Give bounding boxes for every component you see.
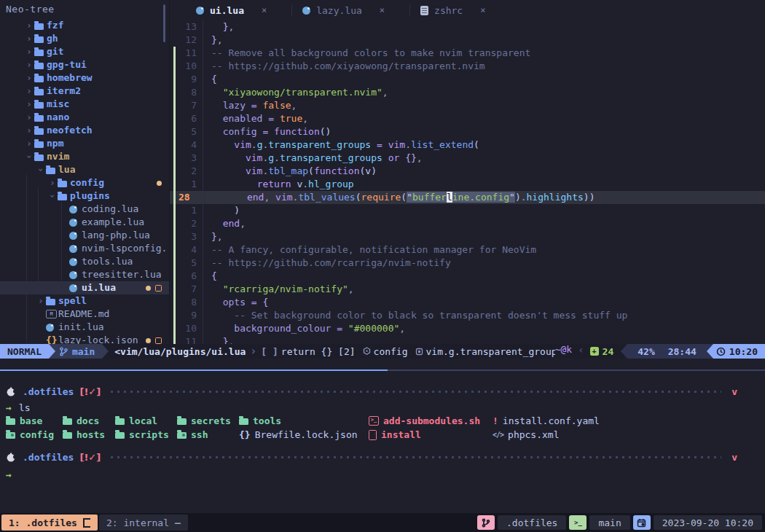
neo-tree-title: Neo-tree (6, 4, 55, 15)
code-line[interactable]: 11 }, (170, 335, 765, 344)
tree-item-treesitter-lua[interactable]: treesitter.lua (0, 268, 169, 281)
code-line[interactable]: 7 "rcarriga/nvim-notify", (170, 283, 765, 296)
tree-item-git[interactable]: ›git (0, 45, 169, 58)
tree-item-example-lua[interactable]: example.lua (0, 216, 169, 229)
pane-icon (83, 518, 90, 528)
typed-command: ls (19, 402, 31, 413)
tree-item-nano[interactable]: ›nano (0, 111, 169, 124)
shell-pane[interactable]: .dotfiles [!✓] v → ls basedocslocalsecre… (0, 372, 765, 513)
sidebar-scrollbar[interactable] (163, 4, 165, 42)
pane-divider[interactable] (0, 369, 765, 371)
code-line[interactable]: 11-- Remove all background colors to mak… (170, 47, 765, 60)
code-line[interactable]: 1 ) (170, 204, 765, 217)
tree-item-iterm2[interactable]: ›iterm2 (0, 85, 169, 98)
tree-item-spell[interactable]: ›spell (0, 294, 169, 308)
folder-icon (6, 418, 15, 425)
chevron-right-icon[interactable]: › (24, 19, 34, 32)
line-number: 12 (177, 34, 197, 47)
line-number: 9 (177, 309, 197, 322)
folder-gear-icon (6, 432, 15, 439)
code-line[interactable]: 10-- https://github.com/xiyaowong/transp… (170, 60, 765, 73)
gutter-separator (197, 204, 203, 217)
code-line[interactable]: 2 end, (170, 217, 765, 230)
gitsigns-gutter (173, 34, 176, 47)
code-line[interactable]: 8 opts = { (170, 296, 765, 309)
tree-item-lazy-lock-json[interactable]: {}lazy-lock.json (0, 334, 169, 344)
exclamation-icon: ! (493, 415, 498, 426)
code-text: vim.g.transparent_groups or {}, (203, 152, 423, 165)
tree-item-neofetch[interactable]: ›neofetch (0, 124, 169, 137)
tree-item-npm[interactable]: ›npm (0, 137, 169, 150)
tree-item-fzf[interactable]: ›fzf (0, 19, 169, 32)
chevron-right-icon[interactable]: › (36, 294, 46, 308)
gitsigns-added-bar (173, 47, 176, 60)
folder-icon (34, 50, 44, 56)
chevron-right-icon[interactable]: › (24, 124, 34, 137)
code-line[interactable]: 4-- A fancy, configurable, notification … (170, 243, 765, 257)
tree-item-config[interactable]: ›config (0, 176, 169, 189)
modified-dot (146, 338, 151, 343)
gitsigns-added-bar (173, 86, 176, 99)
chevron-right-icon[interactable]: › (24, 45, 34, 58)
tree-item-lang-php-lua[interactable]: lang-php.lua (0, 229, 169, 242)
code-line[interactable]: 12}, (170, 34, 765, 47)
gutter-separator (197, 257, 203, 270)
active-prompt[interactable]: → (6, 468, 12, 481)
gitsigns-added-bar (173, 270, 176, 283)
code-line[interactable]: 6 enabled = true, (170, 112, 765, 125)
ls-entry-label: base (20, 415, 42, 426)
code-line[interactable]: 5-- https://github.com/rcarriga/nvim-not… (170, 257, 765, 270)
gitsigns-added-bar (173, 335, 176, 344)
code-line[interactable]: 3 vim.g.transparent_groups or {}, (170, 152, 765, 165)
chevron-right-icon[interactable]: › (24, 111, 34, 124)
code-line[interactable]: 6{ (170, 270, 765, 283)
tree-item-homebrew[interactable]: ›homebrew (0, 71, 169, 85)
tree-item-gpg-tui[interactable]: ›gpg-tui (0, 58, 169, 71)
ls-entry-label: secrets (191, 415, 231, 426)
tab-close-icon[interactable]: × (380, 5, 385, 15)
tree-item-misc[interactable]: ›misc (0, 98, 169, 111)
tree-item-tools-lua[interactable]: tools.lua (0, 255, 169, 268)
tree-item-nvim-lspconfig-[interactable]: nvim-lspconfig. (0, 242, 169, 255)
gitsigns-added-bar (173, 73, 176, 86)
tmux-window-1-dotfiles[interactable]: 1: .dotfiles (1, 515, 98, 531)
tree-item-readme-md[interactable]: MREADME.md (0, 308, 169, 321)
code-line[interactable]: 8 "xiyaowong/transparent.nvim", (170, 86, 765, 99)
chevron-right-icon[interactable]: › (24, 137, 34, 150)
code-area[interactable]: 13 },12},11-- Remove all background colo… (170, 20, 765, 344)
tree-item-ui-lua[interactable]: ui.lua (0, 281, 169, 294)
tab-zshrc[interactable]: zshrc× (416, 0, 504, 20)
code-line[interactable]: 9 -- Set background color to black so tr… (170, 309, 765, 322)
code-line[interactable]: 5 config = function() (170, 125, 765, 138)
code-line[interactable]: 10 background_colour = "#000000", (170, 322, 765, 335)
tree-item-nvim[interactable]: ›nvim (0, 150, 169, 163)
tree-item-init-lua[interactable]: init.lua (0, 321, 169, 334)
chevron-right-icon[interactable]: › (24, 98, 34, 111)
code-line[interactable]: 4 vim.g.transparent_groups = vim.list_ex… (170, 138, 765, 152)
tree-item-coding-lua[interactable]: coding.lua (0, 203, 169, 216)
tab-ui-lua[interactable]: ui.lua× (192, 0, 286, 20)
dash-icon: — (175, 517, 181, 528)
tree-item-lua[interactable]: ›lua (0, 163, 169, 176)
tab-lazy-lua[interactable]: lazy.lua× (298, 0, 404, 20)
chevron-right-icon[interactable]: › (24, 32, 34, 45)
code-line[interactable]: 13 }, (170, 20, 765, 34)
code-line[interactable]: 3}, (170, 230, 765, 243)
code-line[interactable]: 7 lazy = false, (170, 99, 765, 112)
code-line[interactable]: 9{ (170, 73, 765, 86)
chevron-right-icon[interactable]: › (24, 71, 34, 85)
chevron-right-icon[interactable]: › (24, 85, 34, 98)
tree-item-plugins[interactable]: ›plugins (0, 189, 169, 203)
code-line[interactable]: 1 return v.hl_group (170, 178, 765, 191)
tmux-window-2-internal[interactable]: 2: internal— (99, 515, 188, 531)
git-status-square (155, 285, 162, 292)
tree-item-gh[interactable]: ›gh (0, 32, 169, 45)
code-line[interactable]: 28 end, vim.tbl_values(require("bufferli… (170, 191, 765, 204)
gutter-separator (197, 283, 203, 296)
chevron-right-icon[interactable]: › (47, 176, 58, 189)
tab-close-icon[interactable]: × (262, 5, 267, 15)
chevron-right-icon[interactable]: › (24, 58, 34, 71)
breadcrumb-item: config (363, 346, 408, 357)
tab-close-icon[interactable]: × (480, 5, 485, 15)
code-line[interactable]: 2 vim.tbl_map(function(v) (170, 165, 765, 178)
